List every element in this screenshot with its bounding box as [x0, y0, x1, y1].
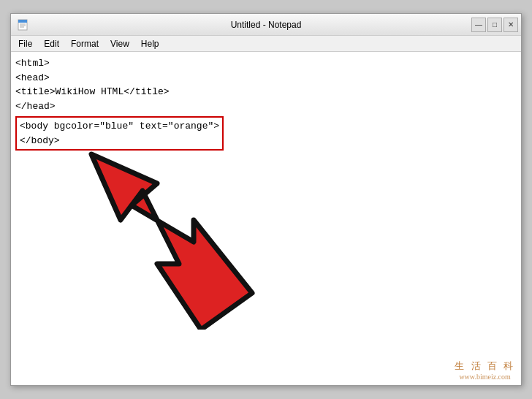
- minimize-button[interactable]: —: [471, 18, 486, 32]
- title-bar-buttons: — □ ✕: [471, 18, 518, 32]
- svg-rect-1: [18, 20, 27, 23]
- menu-item-help[interactable]: Help: [137, 37, 164, 50]
- arrow-indicator: [69, 140, 274, 330]
- notepad-icon: [17, 19, 28, 31]
- line-4: </head>: [15, 99, 517, 114]
- editor-area[interactable]: <html> <head> <title>WikiHow HTML</title…: [11, 52, 521, 385]
- title-bar: Untitled - Notepad — □ ✕: [11, 14, 521, 36]
- highlighted-code-block: <body bgcolor="blue" text="orange"> </bo…: [15, 116, 224, 151]
- menu-item-format[interactable]: Format: [66, 37, 103, 50]
- line-3: <title>WikiHow HTML</title>: [15, 85, 517, 99]
- window-title: Untitled - Notepad: [231, 20, 302, 30]
- highlighted-line-2: </body>: [20, 134, 219, 148]
- svg-marker-5: [91, 154, 252, 330]
- menu-bar: File Edit Format View Help: [11, 36, 521, 52]
- maximize-button[interactable]: □: [487, 18, 502, 32]
- watermark: 生 活 百 科 www.bimeiz.com: [455, 360, 515, 381]
- line-2: <head>: [15, 71, 517, 86]
- close-button[interactable]: ✕: [503, 18, 518, 32]
- highlighted-line-1: <body bgcolor="blue" text="orange">: [20, 119, 219, 134]
- notepad-window: Untitled - Notepad — □ ✕ File Edit Forma…: [10, 13, 522, 386]
- menu-item-view[interactable]: View: [106, 37, 134, 50]
- editor-content: <html> <head> <title>WikiHow HTML</title…: [15, 56, 517, 152]
- line-1: <html>: [15, 56, 517, 71]
- watermark-text: 生 活 百 科: [455, 360, 515, 371]
- watermark-url: www.bimeiz.com: [455, 373, 515, 381]
- menu-item-file[interactable]: File: [14, 37, 37, 50]
- menu-item-edit[interactable]: Edit: [39, 37, 64, 50]
